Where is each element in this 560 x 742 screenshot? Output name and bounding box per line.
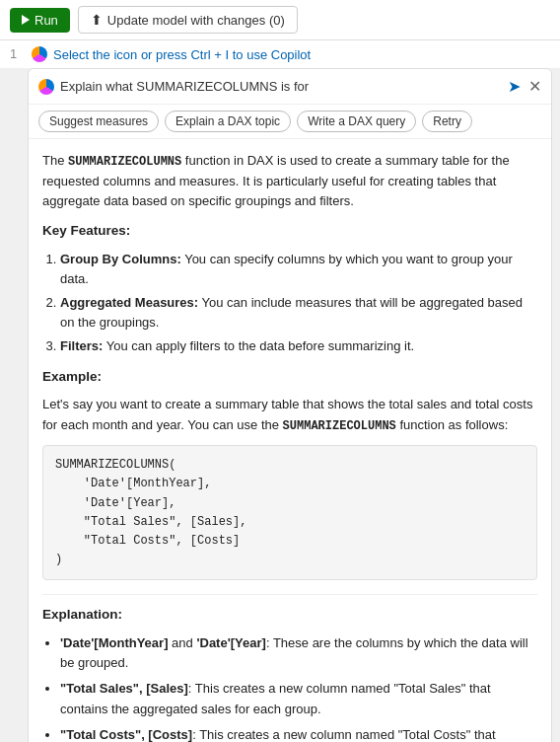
chip-write-dax[interactable]: Write a DAX query	[297, 111, 416, 132]
list-item: Filters: You can apply filters to the da…	[60, 336, 537, 356]
code-block: SUMMARIZECOLUMNS( 'Date'[MonthYear], 'Da…	[42, 445, 537, 580]
example-heading: Example:	[42, 367, 537, 388]
send-icon[interactable]: ➤	[508, 77, 521, 96]
copilot-panel: Explain what SUMMARIZECOLUMNS is for ➤ ✕…	[28, 68, 552, 742]
intro-text: The SUMMARIZECOLUMNS function in DAX is …	[42, 151, 537, 211]
example-intro-text: Let's say you want to create a summary t…	[42, 395, 537, 435]
toolbar: Run ⬆ Update model with changes (0)	[0, 0, 560, 40]
copilot-search-icon	[38, 79, 54, 95]
update-label: Update model with changes (0)	[107, 13, 285, 28]
run-button[interactable]: Run	[10, 8, 70, 33]
chip-retry[interactable]: Retry	[422, 111, 472, 132]
run-label: Run	[35, 13, 58, 28]
explanation-list: 'Date'[MonthYear] and 'Date'[Year]: Thes…	[42, 633, 537, 742]
content-area: The SUMMARIZECOLUMNS function in DAX is …	[29, 139, 551, 742]
update-model-button[interactable]: ⬆ Update model with changes (0)	[78, 6, 298, 34]
explanation-heading: Explanation:	[42, 605, 537, 626]
separator	[42, 594, 537, 595]
list-item: Group By Columns: You can specify column…	[60, 250, 537, 289]
close-icon[interactable]: ✕	[528, 77, 541, 96]
copilot-sphere-icon	[32, 46, 47, 62]
key-features-heading: Key Features:	[42, 221, 537, 242]
features-list: Group By Columns: You can specify column…	[42, 250, 537, 357]
list-item: 'Date'[MonthYear] and 'Date'[Year]: Thes…	[60, 633, 537, 673]
chip-explain-dax[interactable]: Explain a DAX topic	[165, 111, 291, 132]
line-row: 1 Select the icon or press Ctrl + I to u…	[0, 40, 560, 68]
chips-row: Suggest measures Explain a DAX topic Wri…	[29, 105, 551, 139]
play-icon	[22, 15, 30, 25]
list-item: "Total Costs", [Costs]: This creates a n…	[60, 725, 537, 742]
copilot-prompt[interactable]: Select the icon or press Ctrl + I to use…	[32, 46, 311, 62]
copilot-prompt-text: Select the icon or press Ctrl + I to use…	[53, 47, 311, 62]
search-query-text: Explain what SUMMARIZECOLUMNS is for	[60, 79, 502, 94]
line-number: 1	[10, 46, 24, 61]
search-bar: Explain what SUMMARIZECOLUMNS is for ➤ ✕	[29, 69, 551, 105]
list-item: Aggregated Measures: You can include mea…	[60, 293, 537, 333]
list-item: "Total Sales", [Sales]: This creates a n…	[60, 679, 537, 718]
chip-suggest-measures[interactable]: Suggest measures	[38, 111, 159, 132]
